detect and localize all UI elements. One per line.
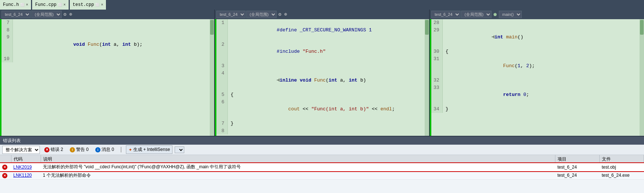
line-num: 9 [1, 34, 13, 55]
line-num: 7 [1, 19, 13, 27]
error-table-header: 代码 说明 项目 文件 [0, 155, 644, 163]
panel1-scope2-dropdown[interactable]: (全局范围) [31, 11, 62, 18]
tab-func-h-close[interactable]: × [26, 3, 28, 7]
build-label: 生成 + IntelliSense [133, 147, 170, 153]
line-num: 28 [431, 19, 442, 27]
warnings-filter-btn[interactable]: ! 警告 0 [68, 146, 91, 154]
build-filter-btn[interactable]: ✦ 生成 + IntelliSense [126, 145, 173, 154]
line-code [442, 77, 640, 84]
warnings-count-label: 警告 0 [76, 147, 89, 153]
line-code: } [227, 120, 425, 127]
panel2-scope1-dropdown[interactable]: test_6_24 [216, 11, 246, 18]
messages-filter-btn[interactable]: i 消息 0 [93, 146, 116, 154]
error-icon-1: ✕ [2, 165, 7, 170]
error-table: 代码 说明 项目 文件 ✕ LNK2019 无法解析的外部符号 "void __… [0, 155, 644, 180]
panel2-code[interactable]: 1 #define _CRT_SECURE_NO_WARNINGS 1 2 #i… [216, 19, 425, 136]
line-code: cout << "Func(int a, int b)" << endl; [227, 99, 425, 120]
table-row: 8 [1, 27, 210, 34]
errors-count-label: 错误 2 [51, 147, 63, 153]
error-row-2-project: test_6_24 [555, 171, 600, 179]
panel2-settings-icon[interactable]: ⚙ [277, 11, 282, 17]
line-num: 7 [216, 120, 227, 127]
line-num: 3 [216, 62, 227, 70]
panel3-scroll-thumb [640, 20, 644, 35]
filter-scope-dropdown[interactable]: 整个解决方案 [2, 146, 40, 154]
table-row: 10 [1, 55, 210, 63]
line-num: 2 [216, 41, 227, 63]
tab-func-cpp-label: Func.cpp [35, 2, 56, 7]
table-row: 29 ⊣int main() [431, 27, 640, 48]
editor-panel-func-cpp: test_6_24 (全局范围) ⚙ ⊕ 1 #define _CRT_SECU… [215, 10, 429, 136]
error-row-1-project: test_6_24 [555, 163, 600, 171]
panel2-split-icon[interactable]: ⊕ [283, 11, 288, 17]
table-row: 8 [216, 127, 425, 135]
error-row-1-code[interactable]: LNK2019 [11, 163, 41, 171]
col-icon-header [0, 155, 11, 163]
tab-test-cpp-icon: ⬜ [95, 3, 99, 7]
panel1-code[interactable]: 7 8 9 void Func(int a, int b); [1, 19, 210, 136]
table-row: 9 void Func(int a, int b); [1, 34, 210, 55]
line-num: 10 [1, 55, 13, 63]
panel2-scope2-dropdown[interactable]: (全局范围) [246, 11, 277, 18]
panel3-scope3-dropdown[interactable]: main() [499, 11, 522, 18]
error-row-2-icon: ✕ [0, 171, 11, 179]
error-table-area: 代码 说明 项目 文件 ✕ LNK2019 无法解析的外部符号 "void __… [0, 155, 644, 193]
tab-func-cpp-close[interactable]: × [64, 3, 66, 7]
line-num: 6 [216, 99, 227, 120]
line-code: Func(1, 2); [442, 55, 640, 77]
error-row-2-code[interactable]: LNK1120 [11, 171, 41, 179]
panel3-scrollbar[interactable] [640, 19, 644, 136]
editor-panel-func-h: test_6_24 (全局范围) ⚙ ⊕ 7 8 [0, 10, 214, 136]
line-code: return 0; [442, 84, 640, 106]
panel1-settings-icon[interactable]: ⚙ [62, 11, 68, 17]
panel3-func-icon: ⬟ [492, 12, 498, 17]
col-code-header: 代码 [11, 155, 41, 163]
line-num: 34 [431, 106, 442, 113]
error-icon-2: ✕ [2, 173, 7, 178]
table-row: 30 { [431, 48, 640, 55]
tab-func-cpp[interactable]: Func.cpp ⬜ × [32, 0, 69, 10]
tab-test-cpp-label: test.cpp [73, 2, 94, 7]
line-num: 29 [431, 27, 442, 48]
line-code [13, 19, 210, 27]
panel1-scrollbar[interactable] [210, 19, 214, 136]
error-row-1-desc: 无法解析的外部符号 "void __cdecl Func(int,int)" (… [41, 163, 555, 171]
tab-func-h[interactable]: Func.h ⬜ × [0, 0, 31, 10]
line-code: ⊣int main() [442, 27, 640, 48]
panel3-code[interactable]: 28 29 ⊣int main() 30 { [431, 19, 640, 136]
build-dropdown[interactable] [175, 147, 184, 153]
tab-func-h-icon: ⬜ [20, 3, 24, 7]
panel2-scrollbar[interactable] [425, 19, 429, 136]
error-panel: 错误列表 整个解决方案 ✕ 错误 2 ! 警告 0 i 消息 0 | ✦ 生成 … [0, 136, 644, 193]
panel3-scope1-dropdown[interactable]: test_6_24 [431, 11, 460, 18]
col-project-header: 项目 [555, 155, 600, 163]
tab-test-cpp-close[interactable]: × [101, 3, 103, 7]
error-row-2-desc: 1 个无法解析的外部命令 [41, 171, 555, 179]
tab-func-cpp-icon: ⬜ [58, 3, 62, 7]
error-row-1-icon: ✕ [0, 163, 11, 171]
line-code: ⊣inline void Func(int a, int b) [227, 70, 425, 92]
error-row-1[interactable]: ✕ LNK2019 无法解析的外部符号 "void __cdecl Func(i… [0, 163, 644, 171]
line-code [13, 55, 210, 63]
panel1-toolbar: test_6_24 (全局范围) ⚙ ⊕ [0, 10, 214, 19]
tab-test-cpp[interactable]: test.cpp ⬜ × [70, 0, 107, 10]
error-panel-title-text: 错误列表 [3, 138, 21, 144]
error-code-link-1[interactable]: LNK2019 [13, 165, 32, 170]
table-row: 31 Func(1, 2); [431, 55, 640, 77]
panel3-scope2-dropdown[interactable]: (全局范围) [461, 11, 491, 18]
line-num: 1 [216, 19, 227, 41]
panel2-code-table: 1 #define _CRT_SECURE_NO_WARNINGS 1 2 #i… [216, 19, 425, 134]
line-code: } [442, 106, 640, 113]
table-row: 5 { [216, 91, 425, 99]
panel1-scope1-dropdown[interactable]: test_6_24 [1, 11, 31, 18]
error-code-link-2[interactable]: LNK1120 [13, 173, 32, 178]
errors-filter-btn[interactable]: ✕ 错误 2 [42, 146, 65, 154]
line-code [227, 62, 425, 70]
table-row: 34 } [431, 106, 640, 113]
error-row-2[interactable]: ✕ LNK1120 1 个无法解析的外部命令 test_6_24 test_6_… [0, 171, 644, 179]
col-desc-header: 说明 [41, 155, 555, 163]
table-row: 1 #define _CRT_SECURE_NO_WARNINGS 1 [216, 19, 425, 41]
error-panel-title: 错误列表 [0, 137, 644, 145]
tab-bar: Func.h ⬜ × Func.cpp ⬜ × test.cpp ⬜ × [0, 0, 644, 10]
panel1-split-icon[interactable]: ⊕ [68, 11, 73, 17]
